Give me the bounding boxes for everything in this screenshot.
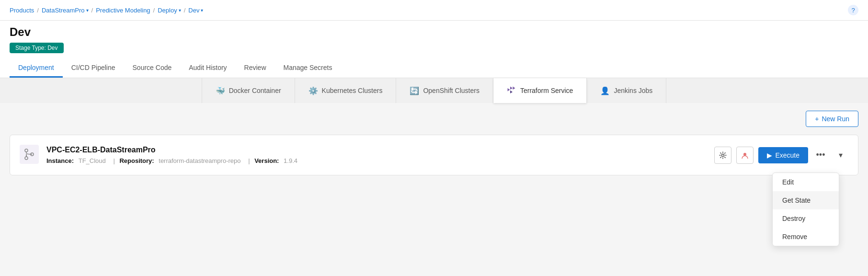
tabs-bar: Deployment CI/CD Pipeline Source Code Au… <box>10 59 858 78</box>
breadcrumb-datastreamPro-label[interactable]: DataStreamPro <box>42 7 85 14</box>
tab-audit-history[interactable]: Audit History <box>180 59 235 78</box>
tab-review[interactable]: Review <box>236 59 275 78</box>
card-actions: ▶ Execute ••• ▾ <box>714 147 848 164</box>
svg-point-12 <box>743 153 746 156</box>
help-icon[interactable]: ? <box>848 5 858 15</box>
tab-cicd[interactable]: CI/CD Pipeline <box>63 59 124 78</box>
dropdown-menu: Edit Get State Destroy Remove <box>772 172 839 183</box>
service-tab-docker-label: Docker Container <box>229 87 281 94</box>
meta-sep-2: | <box>248 157 250 164</box>
svg-marker-0 <box>510 87 513 90</box>
page-header: Dev Stage Type: Dev Deployment CI/CD Pip… <box>0 21 868 78</box>
breadcrumb-deploy[interactable]: Deploy ▾ <box>158 7 181 14</box>
user-avatar-button[interactable] <box>736 147 754 164</box>
chevron-down-icon-3: ▾ <box>201 8 203 13</box>
content-area: + New Run VPC-EC2-ELB-DataStreamPro Inst… <box>0 103 868 183</box>
tab-deployment[interactable]: Deployment <box>10 59 63 78</box>
instance-label: Instance: <box>46 157 74 164</box>
breadcrumb-predictive[interactable]: Predictive Modeling <box>96 7 150 14</box>
top-bar: Products / DataStreamPro ▾ / Predictive … <box>0 0 868 21</box>
new-run-label: New Run <box>822 115 849 123</box>
chevron-down-icon-2: ▾ <box>179 8 181 13</box>
breadcrumb-deploy-label[interactable]: Deploy <box>158 7 177 14</box>
jenkins-icon: 👤 <box>600 86 610 95</box>
toolbar-row: + New Run <box>10 111 858 127</box>
service-tab-jenkins-label: Jenkins Jobs <box>614 87 652 94</box>
service-tab-kubernetes-label: Kubernetes Clusters <box>322 87 383 94</box>
svg-marker-3 <box>507 88 510 92</box>
breadcrumb-sep-2: / <box>91 7 93 14</box>
breadcrumb-products[interactable]: Products <box>10 7 34 14</box>
terraform-service-card: VPC-EC2-ELB-DataStreamPro Instance: TF_C… <box>10 135 858 175</box>
execute-button[interactable]: ▶ Execute <box>758 147 808 163</box>
card-title: VPC-EC2-ELB-DataStreamPro <box>46 146 707 154</box>
service-tab-openshift-label: OpenShift Clusters <box>423 87 480 94</box>
breadcrumb-sep-4: / <box>184 7 186 14</box>
card-meta: Instance: TF_Cloud | Repository: terrafo… <box>46 157 707 164</box>
breadcrumb-dev[interactable]: Dev ▾ <box>188 7 203 14</box>
version-value: 1.9.4 <box>284 157 297 164</box>
settings-icon-button[interactable] <box>714 147 731 164</box>
service-tab-jenkins[interactable]: 👤 Jenkins Jobs <box>587 78 666 103</box>
breadcrumb-dev-label[interactable]: Dev <box>188 7 199 14</box>
svg-point-11 <box>722 154 724 156</box>
instance-value: TF_Cloud <box>79 157 106 164</box>
tab-source-code[interactable]: Source Code <box>124 59 181 78</box>
expand-button[interactable]: ▾ <box>833 148 848 163</box>
service-tab-docker[interactable]: 🐳 Docker Container <box>202 78 295 103</box>
card-body: VPC-EC2-ELB-DataStreamPro Instance: TF_C… <box>46 146 707 164</box>
breadcrumb-sep-1: / <box>37 7 39 14</box>
svg-marker-2 <box>510 91 513 94</box>
openshift-icon: 🔄 <box>410 86 419 95</box>
page-title: Dev <box>10 25 858 39</box>
meta-sep-1: | <box>113 157 114 164</box>
more-options-button[interactable]: ••• <box>813 148 828 163</box>
repository-value: terraform-datastreampro-repo <box>159 157 240 164</box>
service-tab-openshift[interactable]: 🔄 OpenShift Clusters <box>396 78 493 103</box>
dropdown-edit[interactable]: Edit <box>773 173 839 183</box>
breadcrumb-sep-3: / <box>153 7 155 14</box>
card-terraform-icon <box>20 145 39 165</box>
service-tab-terraform[interactable]: Terraform Service <box>493 78 587 103</box>
plus-icon: + <box>815 115 819 123</box>
breadcrumb-datastreamPro[interactable]: DataStreamPro ▾ <box>42 7 89 14</box>
svg-marker-1 <box>513 87 515 90</box>
kubernetes-icon: ⚙️ <box>308 86 318 95</box>
breadcrumb: Products / DataStreamPro ▾ / Predictive … <box>10 7 203 14</box>
tab-manage-secrets[interactable]: Manage Secrets <box>275 59 341 78</box>
service-tab-terraform-label: Terraform Service <box>520 87 573 94</box>
execute-play-icon: ▶ <box>767 151 772 159</box>
service-bar: 🐳 Docker Container ⚙️ Kubernetes Cluster… <box>0 78 868 103</box>
terraform-icon <box>507 85 516 96</box>
new-run-button[interactable]: + New Run <box>806 111 858 127</box>
execute-label: Execute <box>775 151 799 159</box>
chevron-down-icon-1: ▾ <box>86 8 89 13</box>
repository-label: Repository: <box>119 157 154 164</box>
version-label: Version: <box>254 157 279 164</box>
stage-type-badge: Stage Type: Dev <box>10 43 64 53</box>
service-tab-kubernetes[interactable]: ⚙️ Kubernetes Clusters <box>295 78 397 103</box>
docker-icon: 🐳 <box>216 86 225 95</box>
